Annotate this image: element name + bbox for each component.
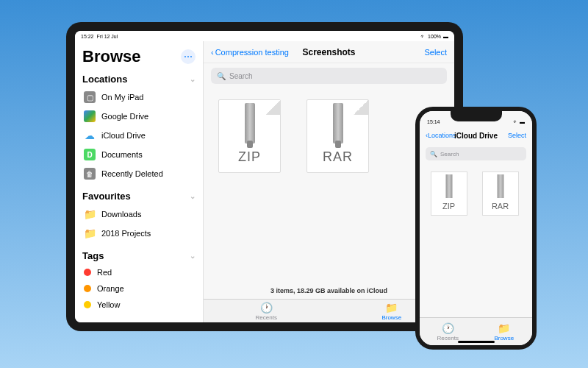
chevron-left-icon: ‹ [211,48,214,57]
file-type-label: RAR [492,202,509,210]
clock-icon: 🕐 [442,322,454,334]
select-button[interactable]: Select [508,132,526,139]
browse-title: Browse [82,47,140,66]
file-type-label: RAR [323,149,353,165]
status-time: 15:14 [427,119,440,124]
documents-icon: D [84,149,96,160]
status-icons: ᯤ ▬ [513,119,525,124]
select-button[interactable]: Select [424,48,447,57]
file-item-zip[interactable]: ZIP [215,99,284,176]
tab-label: Recents [437,335,459,342]
back-button[interactable]: ‹ Locations [426,132,456,139]
search-input[interactable]: 🔍 Search [211,68,447,84]
file-type-label: ZIP [238,149,261,165]
section-locations-header[interactable]: Locations ⌄ [82,74,196,85]
tab-label: Browse [494,335,514,342]
nav-title: Screenshots [302,47,355,57]
clock-icon: 🕐 [260,302,273,314]
sidebar-item-label: Google Drive [101,112,148,121]
sidebar-item-downloads[interactable]: 📁 Downloads [82,205,196,224]
section-tags-header[interactable]: Tags ⌄ [82,250,196,261]
folder-icon: 📁 [84,208,96,220]
icloud-icon: ☁ [84,130,96,141]
folder-icon: 📁 [84,227,96,239]
sidebar-item-tag-red[interactable]: Red [82,264,196,280]
status-date: Fri 12 Jul [97,34,118,39]
battery-pct: 100% [428,34,441,39]
search-placeholder: Search [229,72,253,80]
sidebar-item-label: 2018 Projects [101,229,151,238]
sidebar-item-documents[interactable]: D Documents [82,145,196,164]
more-button[interactable]: ⋯ [181,49,196,64]
gdrive-icon [84,110,96,122]
search-placeholder: Search [440,151,459,158]
notch [451,111,502,121]
sidebar-item-label: iCloud Drive [101,131,146,140]
status-time: 15:22 [81,34,94,39]
file-item-zip[interactable]: ZIP [429,171,469,308]
back-label: Locations [428,132,456,139]
ipad-status-bar: 15:22 Fri 12 Jul ᯤ 100% ▬ [75,31,454,41]
sidebar-item-tag-yellow[interactable]: Yellow [82,297,196,313]
back-button[interactable]: ‹ Compression testing [211,48,289,57]
search-icon: 🔍 [217,72,226,80]
tab-label: Recents [256,314,277,321]
home-indicator[interactable] [458,341,495,343]
chevron-down-icon: ⌄ [190,75,196,83]
tag-dot-icon [84,269,91,276]
tags-label: Tags [82,250,104,261]
sidebar-item-label: Orange [97,284,124,293]
favourites-label: Favourites [82,191,131,202]
sidebar-item-label: Recently Deleted [101,169,163,178]
archive-file-icon: RAR [482,171,519,216]
folder-icon: 📁 [385,302,398,314]
iphone-screen: 15:14 ᯤ ▬ ‹ Locations iCloud Drive Selec… [420,111,532,345]
trash-icon: 🗑 [84,168,96,180]
zipper-icon [245,103,255,144]
files-grid: ZIP RAR [420,163,532,317]
sidebar-item-google-drive[interactable]: Google Drive [82,107,196,126]
sidebar-item-label: Documents [101,150,143,159]
archive-file-icon: ZIP [218,99,281,173]
tag-dot-icon [84,285,91,292]
tab-label: Browse [381,314,401,321]
sidebar-item-label: Yellow [97,300,120,309]
archive-file-icon: RAR [306,99,369,173]
sidebar-item-label: Downloads [101,210,141,219]
sidebar-item-label: On My iPad [101,93,143,102]
file-item-rar[interactable]: RAR [480,171,520,308]
sidebar-item-recently-deleted[interactable]: 🗑 Recently Deleted [82,164,196,183]
battery-icon: ▬ [443,34,448,39]
sidebar-item-icloud-drive[interactable]: ☁ iCloud Drive [82,126,196,145]
iphone-nav-bar: ‹ Locations iCloud Drive Select [420,126,532,145]
zipper-icon [333,103,343,144]
search-icon: 🔍 [430,151,437,158]
file-type-label: ZIP [442,202,455,210]
tag-dot-icon [84,301,91,308]
section-favourites-header[interactable]: Favourites ⌄ [82,191,196,202]
zipper-icon [445,174,452,198]
ipad-device: 15:22 Fri 12 Jul ᯤ 100% ▬ Browse ⋯ Locat… [66,22,463,331]
sidebar-item-tag-orange[interactable]: Orange [82,280,196,297]
chevron-down-icon: ⌄ [190,192,196,200]
sidebar: Browse ⋯ Locations ⌄ ▢ On My iPad Google… [75,41,204,322]
iphone-device: 15:14 ᯤ ▬ ‹ Locations iCloud Drive Selec… [415,107,537,350]
search-input[interactable]: 🔍 Search [426,147,526,160]
locations-label: Locations [82,74,127,85]
zipper-icon [497,174,503,198]
back-label: Compression testing [215,48,289,57]
ipad-screen: 15:22 Fri 12 Jul ᯤ 100% ▬ Browse ⋯ Locat… [75,31,454,322]
nav-bar: ‹ Compression testing Screenshots Select [204,41,454,63]
file-item-rar[interactable]: RAR [303,99,373,176]
nav-title: iCloud Drive [454,132,498,140]
sidebar-item-label: Red [97,268,112,277]
tab-recents[interactable]: 🕐 Recents [204,300,329,322]
wifi-icon: ᯤ [420,34,426,39]
sidebar-item-on-my-ipad[interactable]: ▢ On My iPad [82,88,196,107]
chevron-down-icon: ⌄ [190,252,196,260]
archive-file-icon: ZIP [431,171,467,216]
folder-icon: 📁 [498,322,510,334]
ipad-icon: ▢ [84,91,96,103]
sidebar-item-2018-projects[interactable]: 📁 2018 Projects [82,224,196,243]
